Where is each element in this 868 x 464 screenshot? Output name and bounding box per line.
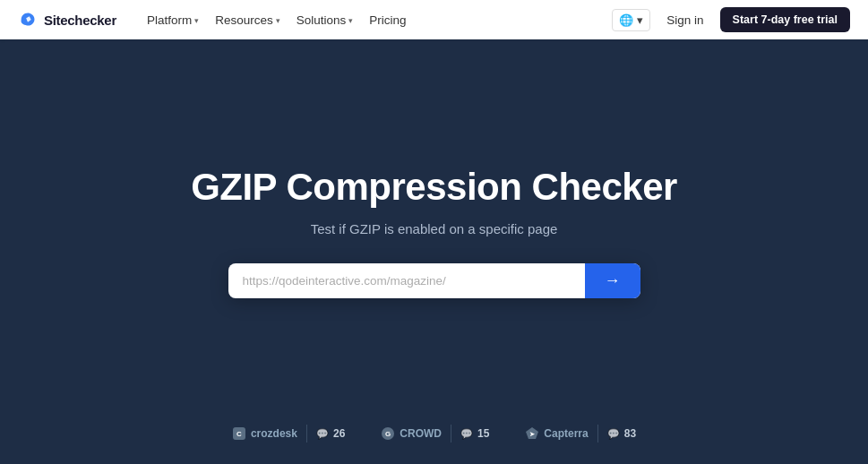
trial-button[interactable]: Start 7-day free trial (720, 7, 850, 32)
badge-divider (451, 425, 451, 443)
nav-pricing[interactable]: Pricing (364, 10, 411, 30)
comment-icon: 💬 (607, 428, 620, 440)
hero-section: GZIP Compression Checker Test if GZIP is… (0, 39, 868, 407)
logo[interactable]: Sitechecker (18, 10, 116, 30)
logo-text: Sitechecker (44, 13, 116, 28)
review-badges: C crozdesk 💬 26 G CROWD 💬 15 ➤ (0, 407, 868, 464)
globe-icon: 🌐 (619, 13, 633, 27)
arrow-right-icon: → (605, 271, 621, 290)
globe-chevron: ▾ (637, 13, 643, 27)
crozdesk-icon: C (232, 426, 246, 441)
capterra-icon: ➤ (525, 426, 539, 441)
capterra-logo: ➤ Capterra (525, 426, 588, 441)
badge-divider (306, 425, 307, 443)
crozdesk-badge: C crozdesk 💬 26 (232, 425, 345, 443)
capterra-count: 💬 83 (607, 427, 636, 440)
g2crowd-badge: G CROWD 💬 15 (381, 425, 489, 443)
g2crowd-logo: G CROWD (381, 426, 442, 441)
nav-solutions[interactable]: Solutions ▾ (291, 10, 359, 30)
search-form: → (228, 263, 640, 298)
language-selector[interactable]: 🌐 ▾ (612, 9, 650, 31)
chevron-down-icon: ▾ (194, 16, 199, 25)
g2crowd-count: 💬 15 (460, 427, 489, 440)
svg-text:G: G (385, 430, 391, 438)
url-input[interactable] (228, 263, 585, 298)
navbar-right: 🌐 ▾ Sign in Start 7-day free trial (612, 7, 850, 32)
capterra-badge: ➤ Capterra 💬 83 (525, 425, 636, 443)
nav-platform[interactable]: Platform ▾ (142, 10, 204, 30)
navbar: Sitechecker Platform ▾ Resources ▾ Solut… (0, 0, 868, 39)
signin-button[interactable]: Sign in (661, 10, 709, 30)
hero-title: GZIP Compression Checker (191, 166, 677, 209)
chevron-down-icon: ▾ (276, 16, 280, 25)
search-button[interactable]: → (585, 263, 640, 298)
comment-icon: 💬 (316, 428, 329, 440)
g2crowd-icon: G (381, 426, 395, 441)
svg-text:C: C (236, 430, 242, 438)
navbar-left: Sitechecker Platform ▾ Resources ▾ Solut… (18, 10, 412, 30)
nav-links: Platform ▾ Resources ▾ Solutions ▾ Prici… (142, 10, 412, 30)
badge-divider (597, 425, 598, 443)
svg-text:➤: ➤ (529, 431, 535, 437)
chevron-down-icon: ▾ (348, 16, 353, 25)
crozdesk-logo: C crozdesk (232, 426, 297, 441)
nav-resources[interactable]: Resources ▾ (210, 10, 286, 30)
logo-icon (18, 10, 38, 30)
crozdesk-count: 💬 26 (316, 427, 345, 440)
hero-subtitle: Test if GZIP is enabled on a specific pa… (311, 221, 558, 236)
comment-icon: 💬 (460, 428, 473, 440)
